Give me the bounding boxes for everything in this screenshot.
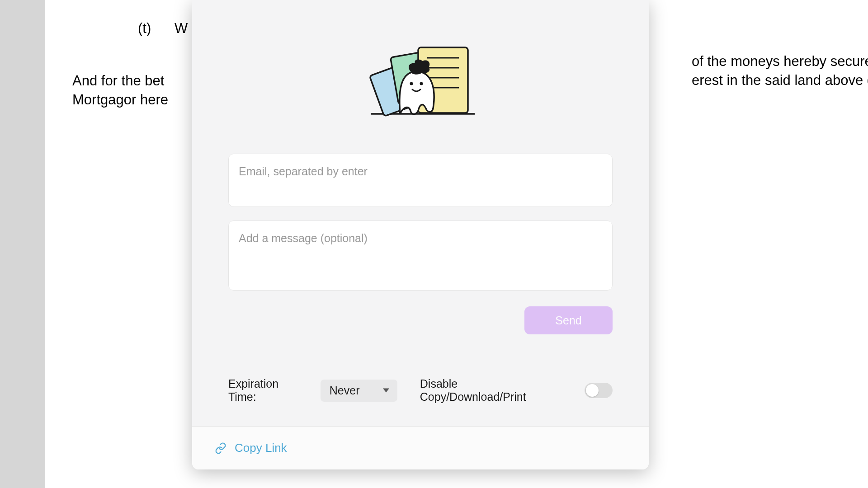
share-illustration <box>357 36 484 117</box>
modal-footer: Copy Link <box>192 426 649 469</box>
expiration-value: Never <box>330 384 360 397</box>
expiration-label: Expiration Time: <box>228 377 309 404</box>
clause-marker: (t) <box>138 20 151 36</box>
expiration-select[interactable]: Never <box>321 380 397 402</box>
clause-text-start: W <box>175 20 188 36</box>
send-row: Send <box>228 306 613 334</box>
share-modal: Send Expiration Time: Never Disable Copy… <box>192 0 649 469</box>
email-field[interactable] <box>228 154 613 207</box>
send-button[interactable]: Send <box>524 306 613 334</box>
svg-point-9 <box>420 82 423 85</box>
copy-link-label: Copy Link <box>235 441 287 455</box>
copy-link-button[interactable]: Copy Link <box>215 441 287 455</box>
modal-body: Send Expiration Time: Never Disable Copy… <box>192 0 649 426</box>
options-row: Expiration Time: Never Disable Copy/Down… <box>228 377 613 404</box>
share-form: Send Expiration Time: Never Disable Copy… <box>228 154 613 404</box>
para-right: of the moneys hereby secured, t erest in… <box>692 52 868 90</box>
chevron-down-icon <box>383 389 389 393</box>
svg-point-8 <box>410 82 413 85</box>
toggle-knob <box>586 384 599 397</box>
para-left: And for the bet Mortgagor here <box>72 71 168 109</box>
disable-copy-label: Disable Copy/Download/Print <box>420 377 566 404</box>
message-field[interactable] <box>228 221 613 291</box>
link-icon <box>215 442 226 454</box>
disable-copy-toggle[interactable] <box>585 383 613 398</box>
